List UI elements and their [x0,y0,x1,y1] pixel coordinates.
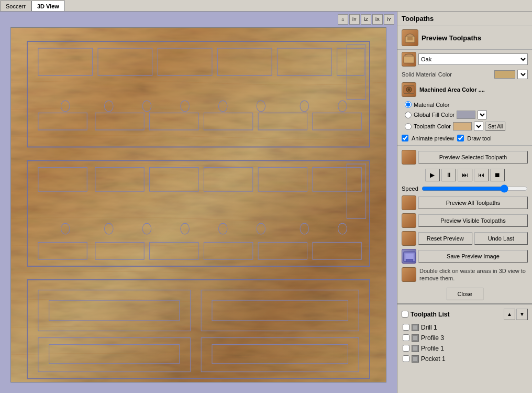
solid-material-color-row: Solid Material Color [397,69,532,80]
step-forward-button[interactable]: ⏭ [458,169,472,181]
save-preview-row: Save Preview Image [397,247,532,265]
solid-material-swatch[interactable] [494,70,515,79]
machined-area-header: Machined Area Color .... [397,80,532,99]
machined-icon [402,82,416,97]
view-ix-btn[interactable]: iX [372,14,383,25]
preview-selected-button[interactable]: Preview Selected Toolpath [418,151,528,163]
reset-preview-button[interactable]: Reset Preview [418,232,472,245]
wood-canvas-area[interactable] [10,27,386,383]
note-icon [402,267,416,282]
material-color-radio[interactable] [405,101,412,108]
machined-area-label: Machined Area Color .... [419,86,485,93]
list-arrows: ▲ ▼ [504,309,528,320]
toolpath-item-drill1: Drill 1 [402,322,528,333]
tab-bar: Soccerr 3D View [0,0,532,12]
reset-icon [402,231,416,246]
pause-button[interactable]: ⏸ [441,169,456,181]
material-dropdown[interactable]: Oak Pine Walnut Maple MDF [418,53,528,65]
draw-tool-checkbox[interactable] [457,135,464,141]
profile3-icon [412,334,419,342]
set-all-button[interactable]: Set All [485,122,505,131]
note-text: Double click on waste areas in 3D view t… [419,267,528,282]
close-button[interactable]: Close [447,288,483,300]
toolpath-color-label: Toolpath Color [414,123,451,129]
view-iy-btn[interactable]: iY [349,14,360,25]
btn-row: Reset Preview Undo Last [418,232,528,245]
toolpath-list-all-checkbox[interactable] [402,311,408,318]
animate-preview-label: Animate preview [412,135,454,141]
preview-icon [402,29,418,46]
view-iy2-btn[interactable]: iY [384,14,394,25]
radio-material-color: Material Color [405,100,528,109]
right-panel: Toolpaths Preview Toolpaths [397,12,532,393]
preview-selected-icon [402,150,416,165]
global-fill-swatch[interactable] [457,111,475,119]
solid-material-dropdown[interactable] [517,70,528,79]
svg-rect-57 [404,56,414,63]
profile1-icon [412,345,419,352]
divider-1 [397,145,532,146]
draw-tool-label: Draw tool [467,135,491,141]
toolpath-list-section: Toolpath List ▲ ▼ Drill 1 [397,303,532,393]
preview-header: Preview Toolpaths [397,26,532,50]
global-fill-radio[interactable] [405,112,412,118]
speed-label: Speed [402,185,418,192]
tab-soccerr[interactable]: Soccerr [0,1,31,11]
preview-all-button[interactable]: Preview All Toolpaths [418,196,528,209]
checkbox-row: Animate preview Draw tool [397,133,532,143]
list-down-button[interactable]: ▼ [516,309,528,320]
preview-toolpaths-label: Preview Toolpaths [422,34,481,42]
toolpath-svg [11,28,386,382]
toolpath-item-profile1: Profile 1 [402,343,528,354]
preview-all-row: Preview All Toolpaths [397,194,532,212]
preview-visible-row: Preview Visible Toolpaths [397,212,532,230]
pocket1-icon [412,355,419,363]
tab-3d-view[interactable]: 3D View [31,1,65,11]
close-btn-row: Close [397,285,532,303]
svg-rect-56 [407,37,413,40]
svg-point-60 [408,89,411,91]
play-button[interactable]: ▶ [425,169,440,181]
reset-undo-row: Reset Preview Undo Last [397,230,532,247]
profile3-checkbox[interactable] [403,334,409,341]
global-fill-dropdown[interactable] [478,110,487,119]
preview-visible-button[interactable]: Preview Visible Toolpaths [418,214,528,227]
view-home-btn[interactable]: ⌂ [338,14,348,25]
panel-title: Toolpaths [397,12,532,26]
undo-last-button[interactable]: Undo Last [474,232,528,245]
drill1-icon [412,324,419,331]
preview-selected-section: Preview Selected Toolpath [397,148,532,167]
radio-toolpath-color: Toolpath Color Set All [405,121,528,132]
profile1-checkbox[interactable] [403,345,409,352]
main-area: ⌂ iY iZ iX iY [0,12,532,393]
note-row: Double click on waste areas in 3D view t… [397,265,532,285]
material-row: Oak Pine Walnut Maple MDF [397,50,532,69]
toolpath-color-dropdown[interactable] [474,122,483,131]
3d-view-panel: ⌂ iY iZ iX iY [0,12,397,393]
toolpath-list-title: Toolpath List [402,311,449,318]
material-color-label: Material Color [414,102,449,108]
radio-global-fill: Global Fill Color [405,109,528,121]
preview-all-icon [402,195,416,210]
skip-end-button[interactable]: ⏮ [474,169,489,181]
toolpath-list-header: Toolpath List ▲ ▼ [402,307,528,322]
toolpath-color-radio[interactable] [405,123,412,130]
speed-slider[interactable] [422,184,528,193]
save-preview-button[interactable]: Save Preview Image [418,250,528,263]
global-fill-label: Global Fill Color [414,112,455,118]
animate-preview-checkbox[interactable] [402,135,408,141]
stop-button[interactable]: ⏹ [490,169,505,181]
list-up-button[interactable]: ▲ [504,309,515,320]
view-iz-btn[interactable]: iZ [361,14,371,25]
radio-group: Material Color Global Fill Color Toolpat… [397,99,532,133]
svg-rect-62 [405,254,414,259]
material-icon [402,52,416,67]
save-preview-icon [402,249,416,264]
drill1-checkbox[interactable] [403,324,409,331]
view-toolbar: ⌂ iY iZ iX iY [338,14,394,25]
toolpath-item-pocket1: Pocket 1 [402,354,528,364]
speed-row: Speed [397,183,532,194]
toolpath-item-profile3: Profile 3 [402,333,528,343]
pocket1-checkbox[interactable] [403,355,409,362]
toolpath-color-swatch[interactable] [453,122,472,130]
